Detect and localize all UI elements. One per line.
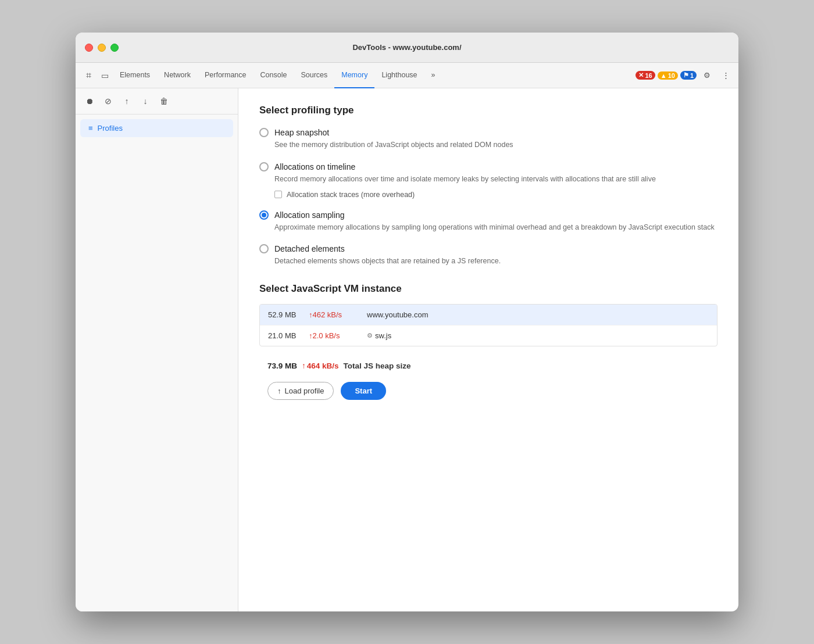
vm-youtube-size: 52.9 MB <box>268 310 309 319</box>
vm-section-title: Select JavaScript VM instance <box>259 283 717 295</box>
option-detached-header: Detached elements <box>259 244 717 253</box>
record-button[interactable]: ⏺ <box>81 93 98 109</box>
sidebar-item-profiles[interactable]: ≡ Profiles <box>80 119 233 137</box>
load-profile-button[interactable]: ↑ Load profile <box>267 382 334 400</box>
heap-rate-arrow: ↑ <box>302 362 306 370</box>
tab-lighthouse[interactable]: Lighthouse <box>374 63 424 88</box>
upload-button[interactable]: ↑ <box>119 93 135 109</box>
error-x-icon: ✕ <box>638 71 644 79</box>
info-count: 1 <box>690 72 694 79</box>
settings-icon[interactable]: ⚙ <box>699 67 715 84</box>
profiles-icon: ≡ <box>88 124 93 133</box>
inspect-element-icon[interactable]: ⌗ <box>80 67 97 84</box>
download-button[interactable]: ↓ <box>137 93 153 109</box>
tab-sources[interactable]: Sources <box>294 63 334 88</box>
service-worker-icon: ⚙ <box>367 332 373 339</box>
vm-youtube-name: www.youtube.com <box>367 310 429 319</box>
info-badge[interactable]: ⚑ 1 <box>680 71 697 80</box>
toolbar-icons: ✕ 16 ▲ 10 ⚑ 1 ⚙ ⋮ <box>636 67 734 84</box>
start-button[interactable]: Start <box>341 382 386 400</box>
error-count: 16 <box>645 72 652 79</box>
window-title: DevTools - www.youtube.com/ <box>352 43 461 52</box>
vm-row-sw[interactable]: 21.0 MB ↑2.0 kB/s ⚙ sw.js <box>260 325 717 346</box>
detached-elements-label: Detached elements <box>274 244 345 253</box>
device-toggle-icon[interactable]: ▭ <box>97 67 113 84</box>
info-flag-icon: ⚑ <box>683 71 689 79</box>
sidebar: ⏺ ⊘ ↑ ↓ 🗑 ≡ Profiles <box>76 88 238 611</box>
allocations-timeline-desc: Record memory allocations over time and … <box>274 174 717 185</box>
devtools-body: ⏺ ⊘ ↑ ↓ 🗑 ≡ Profiles Select profiling ty… <box>76 88 738 611</box>
detached-elements-desc: Detached elements shows objects that are… <box>274 256 717 267</box>
vm-sw-name: sw.js <box>375 331 391 340</box>
error-badge[interactable]: ✕ 16 <box>636 71 655 80</box>
vm-table: 52.9 MB ↑462 kB/s www.youtube.com 21.0 M… <box>259 304 717 346</box>
close-button[interactable] <box>85 44 93 52</box>
heap-snapshot-label: Heap snapshot <box>274 128 329 137</box>
vm-sw-rate: ↑2.0 kB/s <box>309 331 367 340</box>
option-heap-snapshot: Heap snapshot See the memory distributio… <box>259 128 717 151</box>
radio-allocation-sampling[interactable] <box>259 210 269 220</box>
allocation-stack-traces-label: Allocation stack traces (more overhead) <box>287 191 415 199</box>
sidebar-controls: ⏺ ⊘ ↑ ↓ 🗑 <box>76 88 238 115</box>
option-allocation-sampling: Allocation sampling Approximate memory a… <box>259 210 717 233</box>
warn-triangle-icon: ▲ <box>661 72 667 79</box>
heap-summary: 73.9 MB ↑ 464 kB/s Total JS heap size <box>259 356 717 376</box>
traffic-lights <box>85 44 119 52</box>
option-allocations-header: Allocations on timeline <box>259 162 717 171</box>
tab-bar: Elements Network Performance Console Sou… <box>113 63 636 88</box>
vm-youtube-rate: ↑462 kB/s <box>309 310 367 319</box>
maximize-button[interactable] <box>110 44 119 52</box>
tab-memory[interactable]: Memory <box>334 63 374 88</box>
warn-badge[interactable]: ▲ 10 <box>658 71 678 80</box>
heap-rate-value: 464 kB/s <box>307 362 339 370</box>
tab-elements[interactable]: Elements <box>113 63 157 88</box>
collect-garbage-icon[interactable]: 🗑 <box>156 93 172 109</box>
profiling-type-title: Select profiling type <box>259 105 717 116</box>
warn-count: 10 <box>668 72 675 79</box>
heap-snapshot-desc: See the memory distribution of JavaScrip… <box>274 139 717 151</box>
upload-icon: ↑ <box>277 387 281 395</box>
heap-total-rate: ↑ 464 kB/s <box>302 362 339 370</box>
more-tabs-button[interactable]: » <box>424 63 442 88</box>
devtools-window: DevTools - www.youtube.com/ ⌗ ▭ Elements… <box>76 33 738 611</box>
option-sampling-header: Allocation sampling <box>259 210 717 220</box>
allocations-timeline-label: Allocations on timeline <box>274 162 355 171</box>
allocation-sampling-desc: Approximate memory allocations by sampli… <box>274 222 717 233</box>
minimize-button[interactable] <box>98 44 106 52</box>
load-profile-label: Load profile <box>285 387 324 395</box>
allocation-stack-traces-row: Allocation stack traces (more overhead) <box>274 191 717 199</box>
main-content: Select profiling type Heap snapshot See … <box>238 88 738 611</box>
radio-allocations-timeline[interactable] <box>259 162 269 171</box>
footer-actions: ↑ Load profile Start <box>259 376 717 406</box>
profiles-label: Profiles <box>98 124 123 133</box>
radio-heap-snapshot[interactable] <box>259 128 269 137</box>
vm-sw-size: 21.0 MB <box>268 331 309 340</box>
titlebar: DevTools - www.youtube.com/ <box>76 33 738 63</box>
radio-detached-elements[interactable] <box>259 244 269 253</box>
more-options-icon[interactable]: ⋮ <box>717 67 734 84</box>
option-allocations-timeline: Allocations on timeline Record memory al… <box>259 162 717 199</box>
option-heap-header: Heap snapshot <box>259 128 717 137</box>
allocation-stack-traces-checkbox[interactable] <box>274 191 282 198</box>
option-detached-elements: Detached elements Detached elements show… <box>259 244 717 267</box>
tab-console[interactable]: Console <box>254 63 294 88</box>
heap-total-size: 73.9 MB <box>267 362 297 370</box>
devtools-toolbar: ⌗ ▭ Elements Network Performance Console… <box>76 63 738 88</box>
heap-total-label: Total JS heap size <box>344 362 411 370</box>
tab-network[interactable]: Network <box>157 63 198 88</box>
allocation-sampling-label: Allocation sampling <box>274 210 345 220</box>
vm-row-youtube[interactable]: 52.9 MB ↑462 kB/s www.youtube.com <box>260 305 717 325</box>
tab-performance[interactable]: Performance <box>198 63 254 88</box>
clear-button[interactable]: ⊘ <box>100 93 116 109</box>
